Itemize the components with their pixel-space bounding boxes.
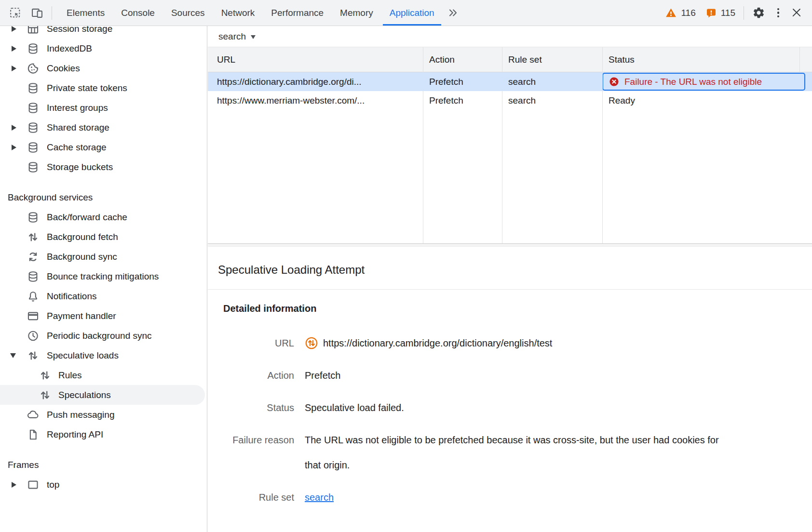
sidebar-item-notifications[interactable]: Notifications	[0, 286, 207, 306]
sidebar-item-speculative-loads[interactable]: Speculative loads	[0, 346, 207, 365]
sidebar-item-session-storage[interactable]: Session storage	[0, 26, 207, 39]
database-icon	[27, 270, 40, 283]
device-toolbar-icon	[31, 7, 43, 19]
issues-badge[interactable]: 115	[701, 7, 740, 19]
up-down-arrows-icon	[39, 369, 52, 382]
cell-action[interactable]: Prefetch	[423, 72, 502, 91]
toolbar-separator	[52, 6, 52, 20]
speculative-load-orange-icon	[305, 336, 318, 350]
sidebar-item-label: Interest groups	[47, 103, 108, 113]
error-icon	[609, 76, 620, 87]
storage-tree: Session storage IndexedDB Cookies Privat…	[0, 26, 207, 494]
table-header: URL Action Rule set Status	[208, 47, 812, 72]
tab-application[interactable]: Application	[381, 0, 443, 26]
column-divider[interactable]	[602, 47, 603, 243]
sidebar-item-background-fetch[interactable]: Background fetch	[0, 227, 207, 247]
report-label: Failure reason	[223, 427, 294, 478]
expand-arrow-icon[interactable]	[12, 125, 16, 131]
report-label: Action	[223, 363, 294, 388]
sidebar-item-payment-handler[interactable]: Payment handler	[0, 306, 207, 326]
tab-network[interactable]: Network	[213, 0, 263, 26]
warnings-badge[interactable]: 116	[660, 7, 700, 19]
table-row[interactable]: https://www.merriam-webster.com/... Pref…	[208, 91, 812, 110]
sidebar-item-shared-storage[interactable]: Shared storage	[0, 118, 207, 137]
expand-arrow-icon[interactable]	[12, 46, 16, 52]
tab-console[interactable]: Console	[113, 0, 163, 26]
tab-sources[interactable]: Sources	[163, 0, 213, 26]
issue-count: 115	[721, 8, 735, 18]
expand-arrow-icon[interactable]	[12, 26, 16, 32]
column-header-action[interactable]: Action	[423, 47, 502, 72]
rule-set-link[interactable]: search	[305, 492, 334, 503]
cloud-icon	[27, 408, 40, 421]
sidebar-item-label: top	[47, 479, 59, 490]
report-row-url: URL https://dictionary.cambridge.org/dic…	[223, 331, 812, 356]
sidebar-section-background-services: Background services	[0, 187, 207, 207]
tab-elements[interactable]: Elements	[58, 0, 113, 26]
tab-performance[interactable]: Performance	[263, 0, 332, 26]
database-icon	[27, 81, 40, 94]
device-toolbar-button[interactable]	[26, 2, 48, 24]
filter-selected-value: search	[218, 31, 246, 42]
sidebar-item-push-messaging[interactable]: Push messaging	[0, 405, 207, 425]
more-tabs-button[interactable]	[443, 0, 464, 26]
table-row[interactable]: https://dictionary.cambridge.org/di... P…	[208, 72, 812, 91]
sidebar-item-label: Background sync	[47, 252, 117, 262]
panel-tabs: Elements Console Sources Network Perform…	[58, 0, 443, 26]
toolbar-right-cluster: 116 115	[660, 2, 812, 24]
cell-rule-set[interactable]: search	[502, 91, 602, 110]
detailed-information-report: Detailed information URL https://diction…	[208, 290, 812, 510]
report-value: Prefetch	[305, 363, 724, 388]
column-header-status[interactable]: Status	[602, 47, 812, 72]
close-devtools-button[interactable]	[787, 3, 806, 23]
sidebar-item-private-state-tokens[interactable]: Private state tokens	[0, 78, 207, 98]
report-value: The URL was not eligible to be prefetche…	[305, 427, 724, 478]
settings-button[interactable]	[747, 2, 770, 24]
sidebar-item-bounce-tracking-mitigations[interactable]: Bounce tracking mitigations	[0, 266, 207, 286]
ruleset-filter-dropdown[interactable]: search	[218, 31, 256, 42]
column-divider[interactable]	[502, 47, 502, 243]
sidebar-item-cache-storage[interactable]: Cache storage	[0, 137, 207, 157]
cell-status[interactable]: Ready	[602, 91, 812, 110]
sidebar-item-top-frame[interactable]: top	[0, 475, 207, 494]
customize-devtools-button[interactable]	[770, 2, 787, 24]
sidebar-item-back-forward-cache[interactable]: Back/forward cache	[0, 207, 207, 227]
database-icon	[27, 211, 40, 224]
sidebar-item-background-sync[interactable]: Background sync	[0, 247, 207, 266]
sidebar-item-storage-buckets[interactable]: Storage buckets	[0, 157, 207, 177]
collapse-arrow-icon[interactable]	[10, 353, 16, 358]
cell-action[interactable]: Prefetch	[423, 91, 502, 110]
horizontal-split-bar[interactable]	[208, 243, 812, 247]
status-cell-focused[interactable]: Failure - The URL was not eligible	[602, 73, 805, 91]
tab-memory[interactable]: Memory	[332, 0, 381, 26]
sidebar-item-label: Storage buckets	[47, 162, 113, 173]
sidebar-item-label: Cache storage	[47, 142, 107, 153]
expand-arrow-icon[interactable]	[12, 66, 16, 71]
cell-url[interactable]: https://www.merriam-webster.com/...	[208, 91, 423, 110]
column-divider	[799, 47, 800, 72]
sidebar-item-speculations[interactable]: Speculations	[0, 385, 207, 405]
expand-arrow-icon[interactable]	[12, 145, 16, 150]
sidebar-item-label: Speculative loads	[47, 350, 119, 361]
sidebar-item-rules[interactable]: Rules	[0, 365, 207, 385]
column-header-url[interactable]: URL	[208, 47, 423, 72]
report-section-title: Detailed information	[223, 302, 812, 315]
grid-toolbar: search	[208, 26, 812, 47]
cell-url[interactable]: https://dictionary.cambridge.org/di...	[208, 72, 423, 91]
sidebar-item-cookies[interactable]: Cookies	[0, 58, 207, 78]
sidebar-item-interest-groups[interactable]: Interest groups	[0, 98, 207, 118]
warning-count: 116	[681, 8, 695, 18]
sidebar-item-label: Reporting API	[47, 429, 103, 440]
sidebar-item-periodic-background-sync[interactable]: Periodic background sync	[0, 326, 207, 346]
database-icon	[27, 101, 40, 114]
column-divider[interactable]	[423, 47, 423, 243]
cell-rule-set[interactable]: search	[502, 72, 602, 91]
detail-url-value: https://dictionary.cambridge.org/diction…	[323, 331, 552, 356]
column-header-rule-set[interactable]: Rule set	[502, 47, 602, 72]
inspect-element-button[interactable]	[4, 2, 26, 24]
sidebar-item-label: Speculations	[58, 390, 111, 400]
cell-status[interactable]: Failure - The URL was not eligible	[602, 72, 812, 91]
sidebar-item-indexeddb[interactable]: IndexedDB	[0, 39, 207, 58]
sidebar-item-reporting-api[interactable]: Reporting API	[0, 425, 207, 444]
expand-arrow-icon[interactable]	[12, 482, 16, 488]
